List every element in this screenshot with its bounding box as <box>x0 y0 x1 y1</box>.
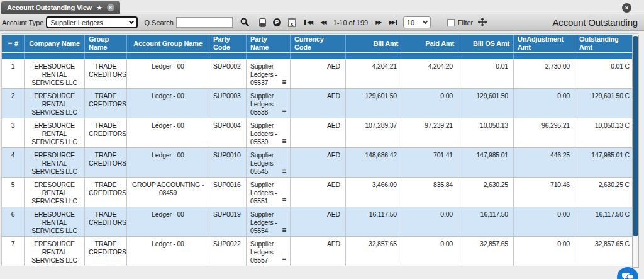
search-input[interactable] <box>176 17 233 28</box>
cell-party_code: SUP0016 <box>209 178 247 207</box>
cell-bill_os_amt: 10,050.13 <box>458 118 514 147</box>
table-row[interactable]: 2ERESOURCE RENTAL SERVICES LLCTRADE CRED… <box>2 89 632 118</box>
list-icon[interactable]: ≡ <box>282 108 286 115</box>
chat-bubble-button[interactable] <box>617 267 638 279</box>
cell-party_code: SUP0022 <box>209 237 247 266</box>
table-row[interactable]: 1ERESOURCE RENTAL SERVICES LLCTRADE CRED… <box>2 59 632 89</box>
tab-close-icon[interactable]: × <box>107 4 114 11</box>
favorite-star-icon[interactable]: ★ <box>96 4 103 12</box>
cell-value: Ledger - 00 <box>152 151 184 159</box>
column-header-bill_amt[interactable]: Bill Amt <box>346 35 402 52</box>
last-page-button[interactable]: ▶▶ <box>388 20 397 25</box>
list-icon[interactable]: ≡ <box>282 227 286 233</box>
cell-currency: AED <box>291 207 346 236</box>
list-icon[interactable]: ≡ <box>282 256 286 263</box>
prev-page-button[interactable]: ◀◀ <box>319 20 326 25</box>
cell-value: 97,239.21 <box>425 122 453 129</box>
cell-account_group: Ledger - 00 <box>127 237 209 266</box>
cell-num: 4 <box>2 148 25 177</box>
cell-value: 0.00 <box>557 240 570 248</box>
search-icon[interactable] <box>240 18 249 28</box>
cell-value: TRADE CREDITORS <box>89 240 126 256</box>
vertical-scrollbar[interactable] <box>632 35 639 268</box>
column-header-account_group[interactable]: Account Group Name <box>127 35 209 52</box>
cell-value: Supplier Ledgers - 05537 <box>250 62 277 86</box>
column-header-currency[interactable]: Currency Code <box>291 35 346 52</box>
move-icon[interactable] <box>478 18 487 28</box>
cell-value: 710.46 <box>550 181 570 188</box>
cell-value: Ledger - 00 <box>152 62 184 70</box>
list-icon[interactable]: ≡ <box>282 79 286 85</box>
list-icon[interactable]: ≡ <box>282 197 286 203</box>
cell-outstanding_amt: 16,117.50 C <box>575 207 635 236</box>
column-header-company[interactable]: Company Name <box>25 35 85 52</box>
table-row[interactable]: 5ERESOURCE RENTAL SERVICES LLCTRADE CRED… <box>2 178 632 207</box>
table-row[interactable]: 7ERESOURCE RENTAL SERVICES LLCTRADE CRED… <box>2 237 632 266</box>
cell-value: SUP0010 <box>213 151 241 159</box>
cell-outstanding_amt: 147,985.01 C <box>575 148 635 177</box>
cell-group: TRADE CREDITORS <box>85 118 127 147</box>
cell-value: TRADE CREDITORS <box>89 62 126 78</box>
tab-account-outstanding-view[interactable]: Account Outstanding View ★ × <box>1 1 120 14</box>
column-header-outstanding_amt[interactable]: Outstanding Amt <box>575 35 635 52</box>
tab-title: Account Outstanding View <box>7 4 92 11</box>
cell-party_code: SUP0004 <box>209 118 247 147</box>
cell-party_name: Supplier Ledgers - 05554≡ <box>247 207 291 236</box>
excel-export-icon[interactable]: x <box>288 18 296 27</box>
cell-value: 4,204.21 <box>372 62 397 70</box>
column-header-label: Currency Code <box>294 35 341 52</box>
cell-bill_amt: 129,601.50 <box>346 89 402 118</box>
cell-value: 16,117.50 C <box>596 210 630 218</box>
cell-num: 2 <box>2 89 25 118</box>
cell-bill_os_amt: 0.01 <box>458 59 514 88</box>
cell-value: 32,857.65 <box>480 240 508 248</box>
column-header-label: Paid Amt <box>425 40 454 48</box>
cell-value: TRADE CREDITORS <box>89 181 126 196</box>
column-header-bill_os_amt[interactable]: Bill OS Amt <box>458 35 514 52</box>
cell-value: SUP0019 <box>213 210 241 218</box>
column-header-label: # <box>14 40 18 48</box>
cell-value: 1 <box>11 62 15 70</box>
pdf-export-icon[interactable]: P <box>273 18 281 26</box>
cell-value: AED <box>327 92 340 100</box>
list-icon[interactable]: ≡ <box>282 168 286 174</box>
scrollbar-thumb[interactable] <box>633 36 638 236</box>
toolbar: Account Type Supplier Ledgers Q.Search P… <box>0 14 644 31</box>
header-row: ≡#Company NameGroup NameAccount Group Na… <box>2 35 632 52</box>
cell-currency: AED <box>291 148 346 177</box>
column-header-group[interactable]: Group Name <box>85 35 127 52</box>
cell-value: Supplier Ledgers - 05557 <box>250 240 277 264</box>
cell-company: ERESOURCE RENTAL SERVICES LLC <box>25 207 85 236</box>
next-page-button[interactable]: ▶▶ <box>374 20 382 25</box>
table-row[interactable]: 6ERESOURCE RENTAL SERVICES LLCTRADE CRED… <box>2 207 632 237</box>
filter-label: Filter <box>458 19 473 26</box>
column-header-unadj_amt[interactable]: UnAdjustment Amt <box>514 35 575 52</box>
filter-cell-outstanding_amt <box>575 53 635 59</box>
filter-checkbox[interactable] <box>447 19 455 26</box>
window-close-icon[interactable]: × <box>622 3 631 13</box>
cell-value: 32,857.65 <box>369 240 397 248</box>
column-header-num[interactable]: ≡# <box>2 35 25 52</box>
report-icon[interactable] <box>259 18 266 27</box>
first-page-button[interactable]: ◀◀ <box>304 20 313 25</box>
cell-company: ERESOURCE RENTAL SERVICES LLC <box>25 178 85 207</box>
cell-value: Ledger - 00 <box>152 240 184 248</box>
list-icon[interactable]: ≡ <box>282 138 286 144</box>
cell-value: 3 <box>11 122 15 129</box>
cell-group: TRADE CREDITORS <box>85 178 127 207</box>
cell-outstanding_amt: 129,601.50 C <box>575 89 635 118</box>
column-header-party_code[interactable]: Party Code <box>209 35 247 52</box>
page-size-select[interactable]: 10 <box>403 16 431 28</box>
column-header-paid_amt[interactable]: Paid Amt <box>402 35 458 52</box>
table-row[interactable]: 4ERESOURCE RENTAL SERVICES LLCTRADE CRED… <box>2 148 632 178</box>
column-header-party_name[interactable]: Party Name <box>247 35 291 52</box>
cell-unadj_amt: 446.25 <box>514 148 575 177</box>
cell-unadj_amt: 2,730.00 <box>514 59 575 88</box>
cell-group: TRADE CREDITORS <box>85 148 127 177</box>
cell-value: ERESOURCE RENTAL SERVICES LLC <box>31 210 77 234</box>
table-row[interactable]: 3ERESOURCE RENTAL SERVICES LLCTRADE CRED… <box>2 118 632 148</box>
account-type-select[interactable]: Supplier Ledgers <box>46 16 138 28</box>
column-header-label: Company Name <box>29 40 80 48</box>
cell-value: SUP0002 <box>213 62 241 70</box>
cell-value: SUP0003 <box>213 92 241 100</box>
